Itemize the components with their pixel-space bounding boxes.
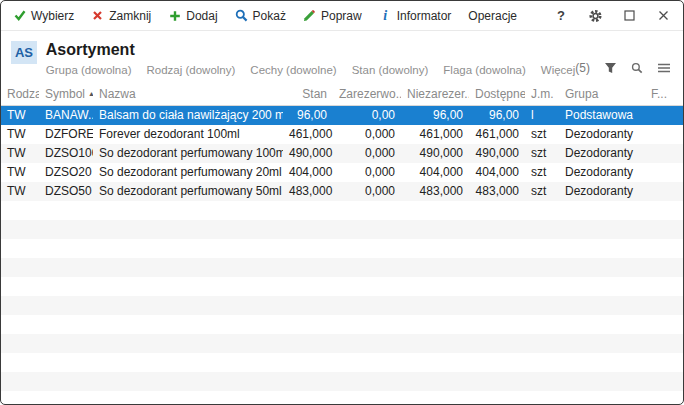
toolbar-button-zamknij[interactable]: Zamknij [91,9,151,23]
cell-rodzaj: TW [1,163,39,182]
column-header-dostepne[interactable]: Dostępne [469,83,525,106]
empty-row [1,353,683,372]
filter-button[interactable] [603,62,617,75]
title-block: Asortyment Grupa (dowolna)Rodzaj (dowoln… [46,40,576,76]
page-header: AS Asortyment Grupa (dowolna)Rodzaj (dow… [1,31,683,83]
cell-niezarezerwowane: 96,00 [401,106,469,126]
toolbar-button-pokaz[interactable]: Pokaż [235,9,286,23]
plus-icon [168,9,181,22]
cell-jm: l [525,106,559,126]
toolbar-button-dodaj[interactable]: Dodaj [168,9,217,23]
cell-dostepne: 483,000 [469,182,525,201]
table-row[interactable]: TWDZFORE...Forever dezodorant 100ml461,0… [1,125,683,144]
table-row[interactable]: TWDZSO50So dezodorant perfumowany 50ml48… [1,182,683,201]
cell-dostepne: 96,00 [469,106,525,126]
filter-wiecej[interactable]: Więcej [541,64,576,76]
filter-bar: Grupa (dowolna)Rodzaj (dowolny)Cechy (do… [46,64,576,76]
maximize-button[interactable] [621,8,637,24]
empty-row [1,220,683,239]
table-row[interactable]: TWDZSO100So dezodorant perfumowany 100ml… [1,144,683,163]
settings-button[interactable] [587,8,603,24]
table-header-row: RodzajSymbol▲NazwaStanZarezerwo...Niezar… [1,83,683,106]
column-header-stan[interactable]: Stan [283,83,333,106]
column-header-jm[interactable]: J.m. [525,83,559,106]
column-header-grupa[interactable]: Grupa [559,83,645,106]
column-header-niezarezerwowane[interactable]: Niezarezer... [401,83,469,106]
cell-jm: szt [525,125,559,144]
cell-zarezerwowane: 0,000 [333,182,401,201]
cell-symbol: BANAW... [39,106,93,126]
filter-flaga[interactable]: Flaga (dowolna) [443,64,525,76]
cell-stan: 96,00 [283,106,333,126]
column-label: Stan [302,87,327,101]
cell-f [645,182,683,201]
magnifier-icon [235,9,248,22]
cell-niezarezerwowane: 483,000 [401,182,469,201]
info-icon: i [379,9,392,22]
cell-nazwa: So dezodorant perfumowany 50ml [93,182,283,201]
toolbar-button-operacje[interactable]: Operacje [468,9,517,23]
toolbar-button-popraw[interactable]: Popraw [303,9,362,23]
help-icon: ? [555,9,568,22]
cell-zarezerwowane: 0,000 [333,144,401,163]
cell-symbol: DZSO50 [39,182,93,201]
column-header-f[interactable]: F... [645,83,683,106]
column-header-symbol[interactable]: Symbol▲ [39,83,93,106]
column-header-rodzaj[interactable]: Rodzaj [1,83,39,106]
menu-button[interactable] [657,62,671,75]
cell-symbol: DZFORE... [39,125,93,144]
list-tools: (5) [575,61,671,76]
sort-ascending-icon: ▲ [88,90,93,97]
gear-icon [589,9,602,22]
close-button[interactable] [655,8,671,24]
hamburger-icon [658,62,671,75]
cell-dostepne: 404,000 [469,163,525,182]
column-label: Zarezerwo... [339,87,401,101]
filter-rodzaj[interactable]: Rodzaj (dowolny) [146,64,235,76]
cell-rodzaj: TW [1,106,39,126]
module-badge: AS [11,41,37,64]
cell-dostepne: 490,000 [469,144,525,163]
cell-stan: 490,000 [283,144,333,163]
cell-niezarezerwowane: 490,000 [401,144,469,163]
cell-zarezerwowane: 0,000 [333,163,401,182]
empty-row [1,277,683,296]
funnel-icon [604,62,617,75]
cell-nazwa: So dezodorant perfumowany 100ml [93,144,283,163]
close-icon [657,9,670,22]
toolbar-button-label: Wybierz [31,9,74,23]
cell-symbol: DZSO20 [39,163,93,182]
toolbar-button-label: Pokaż [253,9,286,23]
cell-f [645,125,683,144]
column-label: Symbol [45,87,85,101]
cell-zarezerwowane: 0,00 [333,106,401,126]
table-row[interactable]: TWBANAW...Balsam do ciała nawilżający 20… [1,106,683,126]
help-button[interactable]: ? [553,8,569,24]
filter-grupa[interactable]: Grupa (dowolna) [46,64,132,76]
empty-row [1,315,683,334]
column-header-nazwa[interactable]: Nazwa [93,83,283,106]
toolbar-button-wybierz[interactable]: Wybierz [13,9,74,23]
cell-zarezerwowane: 0,000 [333,125,401,144]
search-button[interactable] [630,62,644,75]
cell-stan: 404,000 [283,163,333,182]
column-label: Grupa [565,87,598,101]
toolbar-button-informator[interactable]: iInformator [379,9,452,23]
cell-rodzaj: TW [1,182,39,201]
column-label: Dostępne [475,87,525,101]
table-row[interactable]: TWDZSO20So dezodorant perfumowany 20ml40… [1,163,683,182]
magnifier-small-icon [631,62,644,75]
cell-grupa: Dezodoranty [559,144,645,163]
cell-grupa: Dezodoranty [559,182,645,201]
empty-row [1,391,683,404]
record-count: (5) [575,61,590,75]
filter-cechy[interactable]: Cechy (dowolne) [250,64,336,76]
cell-jm: szt [525,182,559,201]
grid-area: RodzajSymbol▲NazwaStanZarezerwo...Niezar… [1,83,683,404]
cell-f [645,144,683,163]
column-header-zarezerwowane[interactable]: Zarezerwo... [333,83,401,106]
empty-row [1,239,683,258]
toolbar-button-label: Popraw [321,9,362,23]
column-label: J.m. [531,87,554,101]
filter-stan[interactable]: Stan (dowolny) [352,64,429,76]
